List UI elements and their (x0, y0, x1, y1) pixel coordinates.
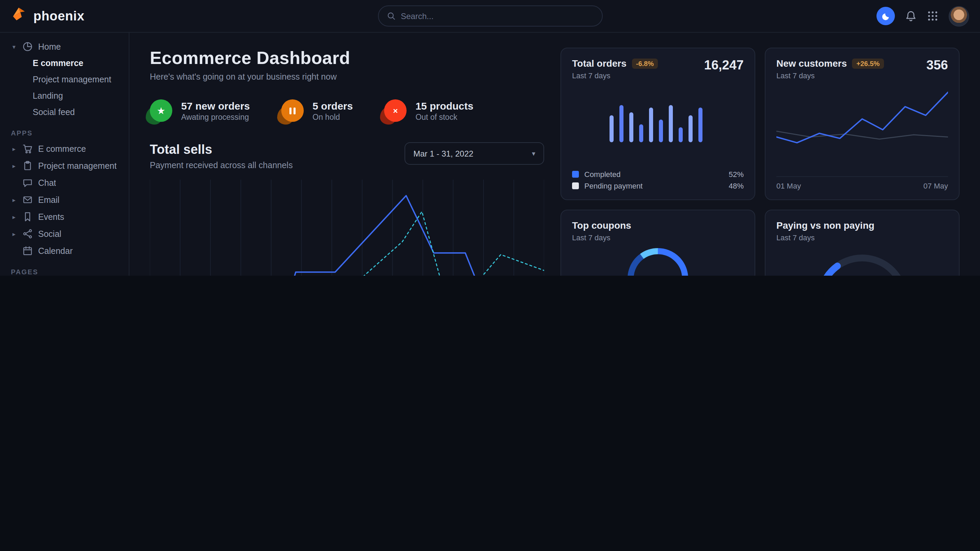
legend-item: Completed 52% (572, 170, 744, 178)
total-sells-header: Total sells Payment received across all … (150, 142, 544, 170)
total-orders-card: Total orders -6.8% Last 7 days 16,247 Co… (560, 48, 755, 200)
new-customers-value: 356 (926, 58, 948, 73)
date-range-select[interactable]: Mar 1 - 31, 2022 ▾ (404, 142, 544, 165)
navbar-actions (877, 6, 969, 26)
share-icon (22, 229, 33, 239)
card-period: Last 7 days (572, 71, 658, 79)
search-icon (387, 11, 395, 21)
clipboard-icon (22, 160, 33, 171)
app-root: phoenix ▾ Home E commerce Project manage… (0, 0, 980, 276)
chevron-right-icon: ▸ (11, 162, 17, 169)
sidebar-item-social-feed[interactable]: Social feed (0, 104, 129, 121)
change-badge: +26.5% (852, 58, 884, 68)
stat-value: 5 orders (313, 100, 353, 112)
page-title: Ecommerce Dashboard (150, 48, 544, 69)
sidebar-item-chat[interactable]: Chat (0, 174, 129, 191)
stat-caption: Awating processing (181, 113, 250, 121)
sidebar-section-apps: APPS (0, 121, 129, 140)
new-customers-card: New customers +26.5% Last 7 days 356 01 … (765, 48, 959, 200)
quick-stats: ★ 57 new orders Awating processing 5 ord… (150, 99, 544, 122)
card-title: New customers (776, 58, 847, 69)
sidebar-section-pages: PAGES (0, 259, 129, 276)
total-sells-chart (150, 180, 544, 276)
paying-gauge-chart (811, 247, 913, 276)
global-search (378, 5, 602, 27)
card-period: Last 7 days (572, 233, 744, 241)
phoenix-logo-icon (11, 6, 28, 26)
main-content: Ecommerce Dashboard Here's what's going … (129, 33, 980, 276)
brand[interactable]: phoenix (11, 6, 84, 26)
sidebar-item-calendar[interactable]: Calendar (0, 242, 129, 259)
card-title: Top coupons (572, 220, 631, 231)
home-icon (22, 41, 33, 52)
card-period: Last 7 days (776, 71, 884, 79)
dashboard-left-column: Ecommerce Dashboard Here's what's going … (150, 48, 544, 276)
total-orders-bar-chart (607, 83, 709, 142)
pause-icon (281, 99, 304, 122)
card-title: Paying vs non paying (776, 220, 875, 231)
new-customers-line-chart (776, 86, 948, 159)
card-title: Total orders (572, 58, 627, 69)
calendar-icon (22, 246, 33, 256)
moon-icon (881, 11, 891, 21)
chevron-right-icon: ▸ (11, 196, 17, 203)
sidebar-item-project-management[interactable]: Project management (0, 71, 129, 88)
change-badge: -6.8% (632, 58, 658, 68)
stat-caption: On hold (313, 113, 353, 121)
legend-swatch (572, 183, 579, 189)
user-avatar[interactable] (949, 6, 969, 26)
sidebar-item-home[interactable]: ▾ Home (0, 38, 129, 55)
stat-orders-on-hold: 5 orders On hold (281, 99, 353, 122)
kpi-cards: Total orders -6.8% Last 7 days 16,247 Co… (560, 48, 959, 276)
stat-value: 57 new orders (181, 100, 250, 112)
sidebar-item-app-ecommerce[interactable]: ▸ E commerce (0, 140, 129, 157)
page-subtitle: Here's what's going on at your business … (150, 72, 544, 82)
chevron-right-icon: ▸ (11, 213, 17, 220)
stat-caption: Out of stock (415, 113, 473, 121)
stat-new-orders: ★ 57 new orders Awating processing (150, 99, 250, 122)
total-sells-subtitle: Payment received across all channels (150, 160, 293, 170)
mail-icon (22, 195, 33, 205)
paying-vs-nonpaying-card: Paying vs non paying Last 7 days Paying … (765, 210, 959, 276)
x-icon: × (384, 99, 407, 122)
total-orders-legend: Completed 52% Pending payment 48% (572, 170, 744, 190)
global-search-input[interactable] (401, 11, 593, 21)
chevron-right-icon: ▸ (11, 230, 17, 237)
total-sells-chart-area: 01 May 15 May 30 May (150, 180, 544, 276)
total-sells-title: Total sells (150, 142, 293, 157)
chat-icon (22, 178, 33, 188)
apps-grid-icon[interactable] (927, 10, 939, 22)
chevron-down-icon: ▾ (532, 150, 535, 157)
notifications-bell-icon[interactable] (905, 10, 917, 22)
sidebar-item-ecommerce[interactable]: E commerce (0, 55, 129, 71)
cart-icon (22, 144, 33, 154)
sidebar: ▾ Home E commerce Project management Lan… (0, 33, 129, 276)
card-period: Last 7 days (776, 233, 948, 241)
sidebar-item-email[interactable]: ▸ Email (0, 191, 129, 208)
chevron-right-icon: ▸ (11, 145, 17, 152)
sidebar-item-events[interactable]: ▸ Events (0, 208, 129, 225)
top-coupons-card: Top coupons Last 7 days 72% Percentage d… (560, 210, 755, 276)
stat-value: 15 products (415, 100, 473, 112)
top-navbar: phoenix (0, 0, 980, 33)
legend-item: Pending payment 48% (572, 182, 744, 190)
chevron-down-icon: ▾ (11, 43, 17, 50)
theme-toggle-button[interactable] (877, 7, 895, 25)
sidebar-item-app-project-management[interactable]: ▸ Project management (0, 157, 129, 174)
sidebar-item-landing[interactable]: Landing (0, 88, 129, 104)
legend-swatch (572, 171, 579, 178)
brand-name: phoenix (33, 8, 84, 24)
top-coupons-donut-chart: 72% (624, 245, 692, 276)
sidebar-item-social[interactable]: ▸ Social (0, 225, 129, 242)
stat-out-of-stock: × 15 products Out of stock (384, 99, 473, 122)
star-icon: ★ (150, 99, 172, 122)
donut-center-value: 72% (624, 245, 692, 276)
dashboard-top-section: Ecommerce Dashboard Here's what's going … (150, 48, 959, 276)
bookmark-icon (22, 212, 33, 222)
total-orders-value: 16,247 (704, 58, 744, 73)
new-customers-x-axis: 01 May 07 May (776, 176, 948, 190)
